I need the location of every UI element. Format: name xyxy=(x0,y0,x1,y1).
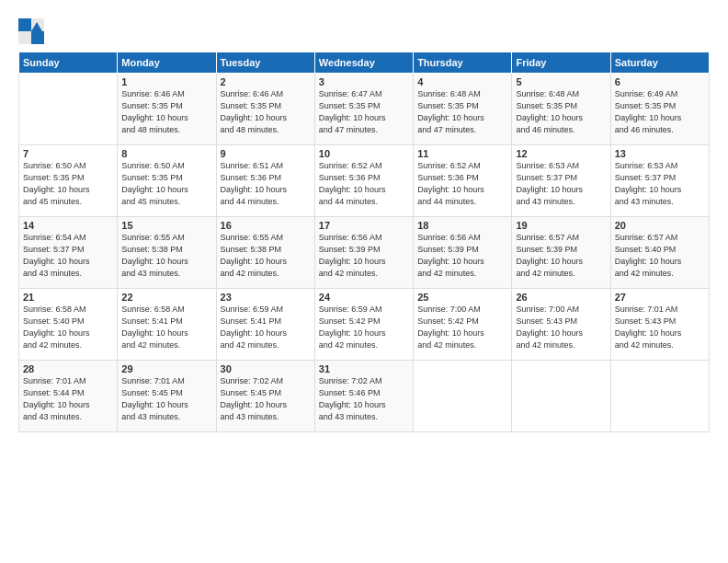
day-info: Sunrise: 6:46 AM Sunset: 5:35 PM Dayligh… xyxy=(121,88,211,136)
weekday-header-saturday: Saturday xyxy=(610,52,709,74)
day-info: Sunrise: 6:48 AM Sunset: 5:35 PM Dayligh… xyxy=(516,88,606,136)
day-number: 3 xyxy=(319,76,409,87)
day-number: 21 xyxy=(23,292,113,303)
calendar-cell: 10Sunrise: 6:52 AM Sunset: 5:36 PM Dayli… xyxy=(314,145,413,217)
day-info: Sunrise: 6:55 AM Sunset: 5:38 PM Dayligh… xyxy=(221,232,311,280)
logo xyxy=(18,18,46,44)
day-info: Sunrise: 7:02 AM Sunset: 5:46 PM Dayligh… xyxy=(319,375,409,423)
day-info: Sunrise: 6:59 AM Sunset: 5:42 PM Dayligh… xyxy=(319,304,409,351)
calendar-page: SundayMondayTuesdayWednesdayThursdayFrid… xyxy=(0,0,728,563)
day-number: 29 xyxy=(121,363,211,374)
day-info: Sunrise: 7:00 AM Sunset: 5:42 PM Dayligh… xyxy=(417,304,507,351)
calendar-cell: 11Sunrise: 6:52 AM Sunset: 5:36 PM Dayli… xyxy=(414,145,512,217)
weekday-header-monday: Monday xyxy=(118,52,216,74)
day-number: 23 xyxy=(221,292,311,303)
calendar-cell: 8Sunrise: 6:50 AM Sunset: 5:35 PM Daylig… xyxy=(118,145,216,217)
calendar-cell: 19Sunrise: 6:57 AM Sunset: 5:39 PM Dayli… xyxy=(512,217,610,289)
day-number: 10 xyxy=(319,148,409,159)
calendar-cell: 13Sunrise: 6:53 AM Sunset: 5:37 PM Dayli… xyxy=(610,145,709,217)
weekday-header-tuesday: Tuesday xyxy=(216,52,314,74)
calendar-week-2: 7Sunrise: 6:50 AM Sunset: 5:35 PM Daylig… xyxy=(19,145,710,217)
day-number: 24 xyxy=(319,292,409,303)
calendar-cell: 27Sunrise: 7:01 AM Sunset: 5:43 PM Dayli… xyxy=(610,289,709,361)
svg-rect-2 xyxy=(18,31,31,44)
day-info: Sunrise: 7:01 AM Sunset: 5:45 PM Dayligh… xyxy=(121,375,211,423)
calendar-cell: 31Sunrise: 7:02 AM Sunset: 5:46 PM Dayli… xyxy=(314,361,413,432)
day-number: 25 xyxy=(417,292,507,303)
day-info: Sunrise: 6:51 AM Sunset: 5:36 PM Dayligh… xyxy=(221,160,311,208)
day-number: 8 xyxy=(121,148,211,159)
calendar-week-1: 1Sunrise: 6:46 AM Sunset: 5:35 PM Daylig… xyxy=(19,74,710,145)
day-number: 6 xyxy=(615,76,705,87)
calendar-cell: 28Sunrise: 7:01 AM Sunset: 5:44 PM Dayli… xyxy=(19,361,118,432)
calendar-cell: 14Sunrise: 6:54 AM Sunset: 5:37 PM Dayli… xyxy=(19,217,118,289)
calendar-cell: 4Sunrise: 6:48 AM Sunset: 5:35 PM Daylig… xyxy=(414,74,512,145)
calendar-cell: 3Sunrise: 6:47 AM Sunset: 5:35 PM Daylig… xyxy=(314,74,413,145)
calendar-cell: 30Sunrise: 7:02 AM Sunset: 5:45 PM Dayli… xyxy=(216,361,314,432)
svg-rect-3 xyxy=(31,31,44,44)
day-number: 11 xyxy=(417,148,507,159)
day-info: Sunrise: 7:01 AM Sunset: 5:44 PM Dayligh… xyxy=(23,375,113,423)
calendar-cell: 16Sunrise: 6:55 AM Sunset: 5:38 PM Dayli… xyxy=(216,217,314,289)
day-info: Sunrise: 6:52 AM Sunset: 5:36 PM Dayligh… xyxy=(417,160,507,208)
calendar-week-3: 14Sunrise: 6:54 AM Sunset: 5:37 PM Dayli… xyxy=(19,217,710,289)
calendar-header-row: SundayMondayTuesdayWednesdayThursdayFrid… xyxy=(19,52,710,74)
calendar-cell: 5Sunrise: 6:48 AM Sunset: 5:35 PM Daylig… xyxy=(512,74,610,145)
weekday-header-friday: Friday xyxy=(512,52,610,74)
day-info: Sunrise: 6:46 AM Sunset: 5:35 PM Dayligh… xyxy=(221,88,311,136)
day-number: 4 xyxy=(417,76,507,87)
day-number: 5 xyxy=(516,76,606,87)
calendar-table: SundayMondayTuesdayWednesdayThursdayFrid… xyxy=(18,52,710,432)
weekday-header-wednesday: Wednesday xyxy=(314,52,413,74)
weekday-header-sunday: Sunday xyxy=(19,52,118,74)
day-number: 19 xyxy=(516,220,606,231)
calendar-cell xyxy=(19,74,118,145)
day-info: Sunrise: 6:54 AM Sunset: 5:37 PM Dayligh… xyxy=(23,232,113,280)
day-number: 31 xyxy=(319,363,409,374)
day-info: Sunrise: 7:00 AM Sunset: 5:43 PM Dayligh… xyxy=(516,304,606,351)
day-number: 30 xyxy=(221,363,311,374)
calendar-cell xyxy=(610,361,709,432)
day-number: 14 xyxy=(23,220,113,231)
day-number: 22 xyxy=(121,292,211,303)
day-number: 16 xyxy=(221,220,311,231)
day-info: Sunrise: 6:50 AM Sunset: 5:35 PM Dayligh… xyxy=(121,160,211,208)
calendar-cell: 1Sunrise: 6:46 AM Sunset: 5:35 PM Daylig… xyxy=(118,74,216,145)
day-number: 17 xyxy=(319,220,409,231)
day-number: 13 xyxy=(615,148,705,159)
calendar-cell: 2Sunrise: 6:46 AM Sunset: 5:35 PM Daylig… xyxy=(216,74,314,145)
calendar-cell: 26Sunrise: 7:00 AM Sunset: 5:43 PM Dayli… xyxy=(512,289,610,361)
day-info: Sunrise: 6:59 AM Sunset: 5:41 PM Dayligh… xyxy=(221,304,311,351)
logo-icon xyxy=(18,18,44,44)
day-info: Sunrise: 6:48 AM Sunset: 5:35 PM Dayligh… xyxy=(417,88,507,136)
calendar-cell: 12Sunrise: 6:53 AM Sunset: 5:37 PM Dayli… xyxy=(512,145,610,217)
calendar-cell xyxy=(414,361,512,432)
day-number: 18 xyxy=(417,220,507,231)
calendar-cell: 21Sunrise: 6:58 AM Sunset: 5:40 PM Dayli… xyxy=(19,289,118,361)
day-info: Sunrise: 7:02 AM Sunset: 5:45 PM Dayligh… xyxy=(221,375,311,423)
day-info: Sunrise: 6:58 AM Sunset: 5:41 PM Dayligh… xyxy=(121,304,211,351)
day-info: Sunrise: 6:57 AM Sunset: 5:40 PM Dayligh… xyxy=(615,232,705,280)
header xyxy=(18,15,710,44)
day-number: 1 xyxy=(121,76,211,87)
calendar-cell: 25Sunrise: 7:00 AM Sunset: 5:42 PM Dayli… xyxy=(414,289,512,361)
day-number: 28 xyxy=(23,363,113,374)
day-number: 7 xyxy=(23,148,113,159)
day-info: Sunrise: 7:01 AM Sunset: 5:43 PM Dayligh… xyxy=(615,304,705,351)
day-info: Sunrise: 6:53 AM Sunset: 5:37 PM Dayligh… xyxy=(516,160,606,208)
svg-rect-0 xyxy=(18,18,31,31)
calendar-cell: 20Sunrise: 6:57 AM Sunset: 5:40 PM Dayli… xyxy=(610,217,709,289)
day-info: Sunrise: 6:58 AM Sunset: 5:40 PM Dayligh… xyxy=(23,304,113,351)
calendar-cell: 9Sunrise: 6:51 AM Sunset: 5:36 PM Daylig… xyxy=(216,145,314,217)
calendar-cell: 7Sunrise: 6:50 AM Sunset: 5:35 PM Daylig… xyxy=(19,145,118,217)
day-info: Sunrise: 6:47 AM Sunset: 5:35 PM Dayligh… xyxy=(319,88,409,136)
day-info: Sunrise: 6:50 AM Sunset: 5:35 PM Dayligh… xyxy=(23,160,113,208)
calendar-cell: 24Sunrise: 6:59 AM Sunset: 5:42 PM Dayli… xyxy=(314,289,413,361)
day-number: 20 xyxy=(615,220,705,231)
day-info: Sunrise: 6:55 AM Sunset: 5:38 PM Dayligh… xyxy=(121,232,211,280)
weekday-header-thursday: Thursday xyxy=(414,52,512,74)
calendar-week-5: 28Sunrise: 7:01 AM Sunset: 5:44 PM Dayli… xyxy=(19,361,710,432)
day-info: Sunrise: 6:49 AM Sunset: 5:35 PM Dayligh… xyxy=(615,88,705,136)
day-info: Sunrise: 6:53 AM Sunset: 5:37 PM Dayligh… xyxy=(615,160,705,208)
day-number: 9 xyxy=(221,148,311,159)
